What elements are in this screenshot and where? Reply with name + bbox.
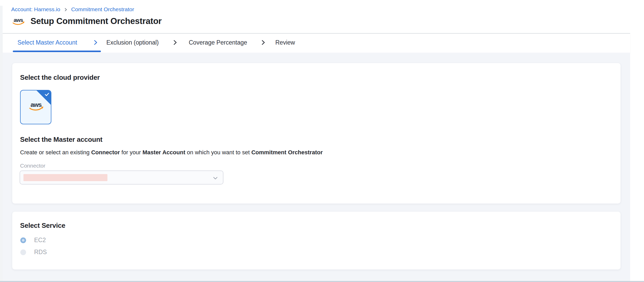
radio-option-rds[interactable]: RDS bbox=[20, 249, 47, 256]
description-text: Create or select an existing bbox=[20, 149, 91, 156]
chevron-right-icon bbox=[92, 34, 99, 51]
aws-logo-icon: aws bbox=[28, 101, 44, 111]
title-row: aws Setup Commitment Orchestrator bbox=[11, 16, 162, 26]
radio-option-ec2[interactable]: EC2 bbox=[20, 237, 46, 244]
connector-field-label: Connector bbox=[20, 163, 45, 169]
aws-logo-text: aws bbox=[14, 17, 23, 23]
breadcrumb: Account: Harness.io Commitment Orchestra… bbox=[11, 6, 134, 13]
aws-logo-text: aws bbox=[31, 101, 42, 108]
radio-unselected-icon[interactable] bbox=[20, 249, 26, 255]
tab-review[interactable]: Review bbox=[275, 34, 295, 51]
connector-select[interactable] bbox=[20, 170, 223, 185]
bottom-border-line bbox=[0, 281, 644, 282]
page-title: Setup Commitment Orchestrator bbox=[31, 16, 162, 26]
wizard-tab-bar: Select Master Account Exclusion (optiona… bbox=[3, 34, 630, 53]
breadcrumb-separator-icon bbox=[63, 7, 68, 12]
chevron-right-icon bbox=[172, 34, 178, 51]
radio-label: EC2 bbox=[34, 237, 46, 244]
master-account-card: Select the cloud provider aws Select the… bbox=[12, 63, 621, 204]
description-bold: Master Account bbox=[143, 149, 185, 156]
cloud-provider-heading: Select the cloud provider bbox=[20, 73, 100, 82]
content-area: Select the cloud provider aws Select the… bbox=[3, 53, 630, 282]
radio-label: RDS bbox=[34, 249, 47, 256]
check-icon bbox=[44, 91, 50, 97]
master-account-heading: Select the Master account bbox=[20, 136, 102, 144]
description-bold: Commitment Orchestrator bbox=[251, 149, 323, 156]
tab-select-master-account[interactable]: Select Master Account bbox=[17, 34, 77, 51]
setup-commitment-orchestrator-page: Account: Harness.io Commitment Orchestra… bbox=[0, 0, 644, 282]
breadcrumb-account-link[interactable]: Account: Harness.io bbox=[11, 6, 60, 13]
chevron-down-icon bbox=[212, 175, 219, 181]
left-edge-strip bbox=[0, 6, 3, 282]
description-text: on which you want to set bbox=[185, 149, 251, 156]
redacted-connector-value bbox=[23, 174, 107, 181]
master-account-description: Create or select an existing Connector f… bbox=[20, 149, 323, 156]
description-bold: Connector bbox=[91, 149, 120, 156]
aws-logo-icon: aws bbox=[11, 17, 25, 26]
chevron-right-icon bbox=[260, 34, 266, 51]
breadcrumb-page-link[interactable]: Commitment Orchestrator bbox=[71, 6, 134, 13]
tab-coverage-percentage[interactable]: Coverage Percentage bbox=[189, 34, 247, 51]
select-service-card: Select Service EC2 RDS bbox=[12, 212, 621, 269]
select-service-heading: Select Service bbox=[20, 222, 65, 230]
page-header: Account: Harness.io Commitment Orchestra… bbox=[3, 0, 630, 33]
tab-exclusion-optional[interactable]: Exclusion (optional) bbox=[106, 34, 159, 51]
description-text: for your bbox=[120, 149, 143, 156]
active-tab-underline bbox=[13, 51, 101, 52]
provider-tile-aws[interactable]: aws bbox=[20, 90, 51, 124]
radio-selected-icon[interactable] bbox=[20, 237, 26, 243]
